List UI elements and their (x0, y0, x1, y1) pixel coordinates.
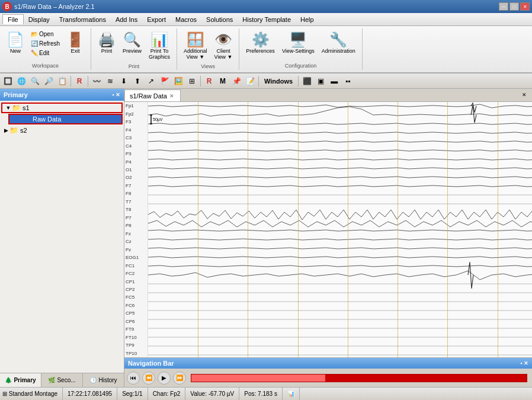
expand-s2[interactable]: ▶ (2, 127, 9, 133)
menu-addins[interactable]: Add Ins (111, 15, 142, 24)
preview-button[interactable]: 🔍 Preview (120, 30, 145, 56)
tree-item-s2[interactable]: ▶ 📁 s2 (0, 125, 124, 136)
new-button[interactable]: 📄 New (4, 30, 27, 56)
refresh-button[interactable]: 🔄 Refresh (28, 39, 62, 48)
title-bar-left: B s1/Raw Data – Analyzer 2.1 (2, 2, 95, 11)
nav-play[interactable]: ▶ (158, 372, 171, 385)
tree-label-s1: s1 (23, 104, 30, 111)
tb2-btn-cursor[interactable]: ↗ (145, 75, 158, 88)
tb2-btn-wave[interactable]: 〰️ (90, 75, 103, 88)
vline-2 (248, 102, 248, 357)
tb2-btn-1[interactable]: 🔲 (1, 75, 14, 88)
menu-display[interactable]: Display (24, 15, 55, 24)
tb2-btn-down[interactable]: ⬇ (117, 75, 130, 88)
edit-button[interactable]: ✏️ Edit (28, 49, 62, 57)
tb2-btn-up[interactable]: ⬆ (131, 75, 144, 88)
ribbon-group-views: 🪟 AdditionalView ▼ 👁️ ClientView ▼ Views (177, 28, 239, 70)
menu-solutions[interactable]: Solutions (201, 15, 238, 24)
additional-view-button[interactable]: 🪟 AdditionalView ▼ (181, 30, 210, 62)
view-settings-button[interactable]: 🖥️ View-Settings (279, 30, 318, 56)
tb2-btn-win1[interactable]: ⬛ (300, 75, 313, 88)
menu-transformations[interactable]: Transformations (55, 15, 111, 24)
secondary-tab-icon: 🌿 (48, 377, 55, 383)
ch-p8: P8 (124, 222, 148, 229)
close-content-button[interactable]: ✕ (518, 88, 531, 101)
ch-tp9: TP9 (124, 341, 148, 349)
primary-tab-label: Primary (14, 377, 36, 383)
scale-indicator: 50µV (150, 115, 163, 124)
tb2-btn-flag[interactable]: 🚩 (158, 75, 171, 88)
content-area: s1/Raw Data ✕ ✕ Fp1 Fp2 F3 F4 C3 C4 P3 P… (124, 89, 532, 387)
spike-artifact (471, 103, 476, 123)
sidebar-tab-history[interactable]: 🕒 History (83, 373, 124, 387)
edit-icon: ✏️ (31, 50, 38, 56)
tb2-btn-marker[interactable]: 📌 (230, 75, 243, 88)
tab-rawdata[interactable]: s1/Raw Data ✕ (124, 89, 181, 101)
separator-3 (200, 76, 201, 87)
exit-label: Exit (71, 49, 80, 55)
menu-export[interactable]: Export (142, 15, 171, 24)
print-graphics-icon: 📊 (150, 31, 168, 48)
exit-button[interactable]: 🚪 Exit (63, 30, 87, 56)
nav-progress-bar[interactable] (191, 374, 527, 382)
nav-prev[interactable]: ⏪ (142, 372, 155, 385)
administration-button[interactable]: 🔧 Administration (319, 30, 358, 56)
client-view-label: ClientView ▼ (214, 49, 233, 60)
menu-history-template[interactable]: History Template (238, 15, 296, 24)
tree-item-s1[interactable]: ▼ 📁 s1 (1, 103, 123, 113)
open-button[interactable]: 📂 Open (28, 30, 62, 39)
status-montage: ⊞ Standard Montage (0, 388, 63, 400)
minimize-button[interactable]: ─ (499, 2, 508, 11)
window-controls[interactable]: ─ □ ✕ (499, 2, 530, 11)
nav-next[interactable]: ⏩ (173, 372, 186, 385)
tb2-btn-r1[interactable]: R (73, 75, 86, 88)
tb2-btn-win4[interactable]: ▪▪ (341, 75, 354, 88)
ch-fc5: FC5 (124, 293, 148, 301)
sidebar-tab-secondary[interactable]: 🌿 Seco... (41, 373, 83, 387)
sidebar-tab-primary[interactable]: 🌲 Primary (0, 373, 41, 387)
tb2-btn-filter[interactable]: ≋ (104, 75, 117, 88)
nav-progress-fill (191, 375, 325, 382)
menu-macros[interactable]: Macros (171, 15, 201, 24)
ch-c3: C3 (124, 134, 148, 142)
status-indicator: 📊 (283, 388, 300, 400)
history-tab-icon: 🕒 (89, 377, 97, 383)
tb2-btn-grid[interactable]: ⊞ (185, 75, 198, 88)
tree-item-rawdata[interactable]: 〰〰 Raw Data (8, 114, 123, 124)
sidebar-footer: 🌲 Primary 🌿 Seco... 🕒 History (0, 373, 124, 387)
menu-help[interactable]: Help (296, 15, 319, 24)
tb2-btn-5[interactable]: 📋 (56, 75, 69, 88)
tb2-btn-note[interactable]: 📝 (243, 75, 257, 88)
separator-5 (298, 76, 299, 87)
print-button[interactable]: 🖨️ Print (95, 30, 118, 56)
client-view-button[interactable]: 👁️ ClientView ▼ (211, 30, 236, 62)
preferences-label: Preferences (246, 49, 275, 55)
preferences-button[interactable]: ⚙️ Preferences (243, 30, 278, 56)
tb2-btn-win3[interactable]: ▬ (328, 75, 341, 88)
menu-file[interactable]: File (2, 14, 24, 24)
expand-s1[interactable]: ▼ (5, 105, 12, 111)
ch-ft10: FT10 (124, 334, 148, 341)
menu-bar: File Display Transformations Add Ins Exp… (0, 13, 532, 26)
tb2-btn-img[interactable]: 🖼️ (172, 75, 185, 88)
tb2-btn-3[interactable]: 🔍 (28, 75, 41, 88)
ch-p7: P7 (124, 214, 148, 222)
ch-o2: O2 (124, 174, 148, 181)
print-icon: 🖨️ (98, 31, 116, 48)
secondary-tab-label: Seco... (57, 377, 75, 383)
workspace-group-label: Workspace (32, 62, 59, 69)
close-button[interactable]: ✕ (520, 2, 530, 11)
tb2-btn-4[interactable]: 🔎 (42, 75, 55, 88)
tb2-btn-r2[interactable]: R (203, 75, 216, 88)
tb2-btn-m[interactable]: M (216, 75, 229, 88)
ch-fp1: Fp1 (124, 102, 148, 110)
tb2-btn-2[interactable]: 🌐 (15, 75, 28, 88)
toolbar2: 🔲 🌐 🔍 🔎 📋 R 〰️ ≋ ⬇ ⬆ ↗ 🚩 🖼️ ⊞ R M 📌 📝 Wi… (0, 73, 532, 89)
print-to-graphics-button[interactable]: 📊 Print ToGraphics (146, 30, 173, 62)
preferences-icon: ⚙️ (252, 31, 270, 48)
nav-prev-start[interactable]: ⏮ (127, 372, 140, 385)
maximize-button[interactable]: □ (509, 2, 519, 11)
tab-close-rawdata[interactable]: ✕ (169, 93, 174, 99)
status-value: Value: -67.70 µV (185, 388, 239, 400)
tb2-btn-win2[interactable]: ▣ (314, 75, 327, 88)
